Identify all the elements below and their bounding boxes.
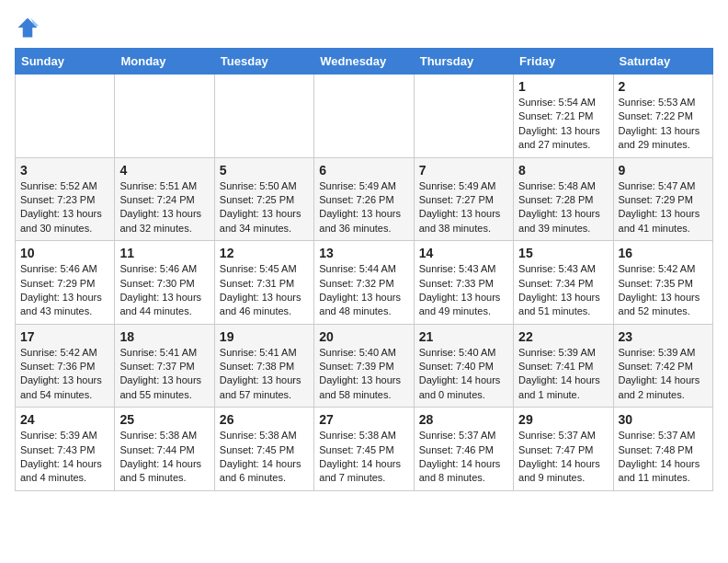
cell-content-line: Daylight: 13 hours xyxy=(20,207,109,221)
cell-content-line: and 55 minutes. xyxy=(119,388,209,402)
cell-content-line: Sunset: 7:35 PM xyxy=(619,277,708,291)
day-header-tuesday: Tuesday xyxy=(214,49,313,75)
cell-content-line: Daylight: 13 hours xyxy=(220,373,309,387)
calendar-header: SundayMondayTuesdayWednesdayThursdayFrid… xyxy=(16,49,713,75)
cell-content-line: Sunset: 7:33 PM xyxy=(419,277,508,291)
calendar-cell: 14Sunrise: 5:43 AMSunset: 7:33 PMDayligh… xyxy=(414,241,513,325)
cell-content-line: Daylight: 14 hours xyxy=(20,457,109,471)
calendar-cell: 21Sunrise: 5:40 AMSunset: 7:40 PMDayligh… xyxy=(414,324,513,408)
calendar-cell: 5Sunrise: 5:50 AMSunset: 7:25 PMDaylight… xyxy=(214,157,313,241)
cell-content-line: Sunrise: 5:51 AM xyxy=(119,179,209,193)
calendar-cell: 10Sunrise: 5:46 AMSunset: 7:29 PMDayligh… xyxy=(16,241,115,325)
cell-content-line: and 4 minutes. xyxy=(20,471,109,485)
calendar-week-2: 3Sunrise: 5:52 AMSunset: 7:23 PMDaylight… xyxy=(16,157,713,241)
cell-content-line: Daylight: 14 hours xyxy=(518,457,608,471)
cell-content-line: and 49 minutes. xyxy=(419,304,508,318)
calendar-cell: 2Sunrise: 5:53 AMSunset: 7:22 PMDaylight… xyxy=(613,75,712,158)
cell-content-line: and 38 minutes. xyxy=(419,222,508,236)
cell-content-line: Daylight: 13 hours xyxy=(119,291,209,304)
cell-content-line: Daylight: 13 hours xyxy=(619,291,708,304)
calendar-cell: 3Sunrise: 5:52 AMSunset: 7:23 PMDaylight… xyxy=(16,157,115,241)
cell-content-line: Sunset: 7:24 PM xyxy=(119,193,209,207)
cell-content-line: Sunset: 7:25 PM xyxy=(220,193,309,207)
day-number: 3 xyxy=(20,163,109,178)
calendar-cell: 20Sunrise: 5:40 AMSunset: 7:39 PMDayligh… xyxy=(314,324,414,408)
calendar-week-1: 1Sunrise: 5:54 AMSunset: 7:21 PMDaylight… xyxy=(16,75,713,158)
calendar-cell: 9Sunrise: 5:47 AMSunset: 7:29 PMDaylight… xyxy=(613,157,712,241)
cell-content-line: Daylight: 13 hours xyxy=(619,207,708,221)
calendar-week-5: 24Sunrise: 5:39 AMSunset: 7:43 PMDayligh… xyxy=(16,408,713,491)
day-number: 18 xyxy=(119,329,209,344)
day-number: 2 xyxy=(619,79,708,94)
cell-content-line: Sunrise: 5:44 AM xyxy=(319,262,408,276)
cell-content-line: and 43 minutes. xyxy=(20,304,109,318)
day-number: 24 xyxy=(20,412,109,427)
cell-content-line: Daylight: 13 hours xyxy=(518,207,608,221)
cell-content-line: Sunrise: 5:49 AM xyxy=(319,179,408,193)
cell-content-line: Sunset: 7:29 PM xyxy=(20,277,109,291)
cell-content-line: Sunset: 7:41 PM xyxy=(518,360,608,373)
cell-content-line: Daylight: 13 hours xyxy=(518,291,608,304)
cell-content-line: Sunrise: 5:43 AM xyxy=(518,262,608,276)
calendar-table: SundayMondayTuesdayWednesdayThursdayFrid… xyxy=(15,48,713,491)
calendar-cell: 13Sunrise: 5:44 AMSunset: 7:32 PMDayligh… xyxy=(314,241,414,325)
cell-content-line: Daylight: 13 hours xyxy=(619,124,708,138)
cell-content-line: Sunrise: 5:37 AM xyxy=(619,429,708,442)
day-number: 17 xyxy=(20,329,109,344)
cell-content-line: Sunrise: 5:40 AM xyxy=(419,346,508,360)
calendar-cell: 22Sunrise: 5:39 AMSunset: 7:41 PMDayligh… xyxy=(514,324,613,408)
day-number: 21 xyxy=(419,329,508,344)
cell-content-line: Daylight: 13 hours xyxy=(119,373,209,387)
cell-content-line: and 32 minutes. xyxy=(119,222,209,236)
calendar-cell: 26Sunrise: 5:38 AMSunset: 7:45 PMDayligh… xyxy=(214,408,313,491)
cell-content-line: Sunrise: 5:40 AM xyxy=(319,346,408,360)
day-number: 26 xyxy=(220,412,309,427)
logo-icon xyxy=(15,15,40,40)
cell-content-line: and 54 minutes. xyxy=(20,388,109,402)
cell-content-line: Daylight: 14 hours xyxy=(419,373,508,387)
day-number: 10 xyxy=(20,246,109,260)
cell-content-line: Sunrise: 5:42 AM xyxy=(20,346,109,360)
day-number: 14 xyxy=(419,246,508,260)
cell-content-line: and 8 minutes. xyxy=(419,471,508,485)
cell-content-line: Sunrise: 5:41 AM xyxy=(119,346,209,360)
cell-content-line: Sunset: 7:45 PM xyxy=(319,443,408,457)
calendar-cell: 15Sunrise: 5:43 AMSunset: 7:34 PMDayligh… xyxy=(514,241,613,325)
day-number: 8 xyxy=(518,163,608,178)
cell-content-line: Sunrise: 5:47 AM xyxy=(619,179,708,193)
logo xyxy=(15,15,44,40)
cell-content-line: Daylight: 13 hours xyxy=(319,291,408,304)
cell-content-line: Daylight: 14 hours xyxy=(518,373,608,387)
cell-content-line: Sunset: 7:37 PM xyxy=(119,360,209,373)
cell-content-line: Sunrise: 5:38 AM xyxy=(119,429,209,442)
cell-content-line: and 1 minute. xyxy=(518,388,608,402)
cell-content-line: Sunrise: 5:46 AM xyxy=(20,262,109,276)
day-number: 6 xyxy=(319,163,408,178)
cell-content-line: Sunrise: 5:37 AM xyxy=(419,429,508,442)
calendar-cell: 7Sunrise: 5:49 AMSunset: 7:27 PMDaylight… xyxy=(414,157,513,241)
calendar-cell: 6Sunrise: 5:49 AMSunset: 7:26 PMDaylight… xyxy=(314,157,414,241)
calendar-cell: 11Sunrise: 5:46 AMSunset: 7:30 PMDayligh… xyxy=(115,241,214,325)
day-number: 22 xyxy=(518,329,608,344)
cell-content-line: Daylight: 13 hours xyxy=(518,124,608,138)
day-header-friday: Friday xyxy=(514,49,613,75)
calendar-cell: 17Sunrise: 5:42 AMSunset: 7:36 PMDayligh… xyxy=(16,324,115,408)
cell-content-line: and 44 minutes. xyxy=(119,304,209,318)
cell-content-line: and 57 minutes. xyxy=(220,388,309,402)
cell-content-line: and 2 minutes. xyxy=(619,388,708,402)
cell-content-line: Sunrise: 5:48 AM xyxy=(518,179,608,193)
calendar-cell: 30Sunrise: 5:37 AMSunset: 7:48 PMDayligh… xyxy=(613,408,712,491)
day-number: 7 xyxy=(419,163,508,178)
cell-content-line: and 51 minutes. xyxy=(518,304,608,318)
calendar-cell: 29Sunrise: 5:37 AMSunset: 7:47 PMDayligh… xyxy=(514,408,613,491)
calendar-cell xyxy=(115,75,214,158)
cell-content-line: Sunset: 7:45 PM xyxy=(220,443,309,457)
day-header-monday: Monday xyxy=(115,49,214,75)
cell-content-line: Daylight: 13 hours xyxy=(419,291,508,304)
cell-content-line: Sunrise: 5:50 AM xyxy=(220,179,309,193)
day-number: 19 xyxy=(220,329,309,344)
cell-content-line: and 52 minutes. xyxy=(619,304,708,318)
cell-content-line: Sunset: 7:46 PM xyxy=(419,443,508,457)
calendar-week-4: 17Sunrise: 5:42 AMSunset: 7:36 PMDayligh… xyxy=(16,324,713,408)
cell-content-line: Sunset: 7:29 PM xyxy=(619,193,708,207)
